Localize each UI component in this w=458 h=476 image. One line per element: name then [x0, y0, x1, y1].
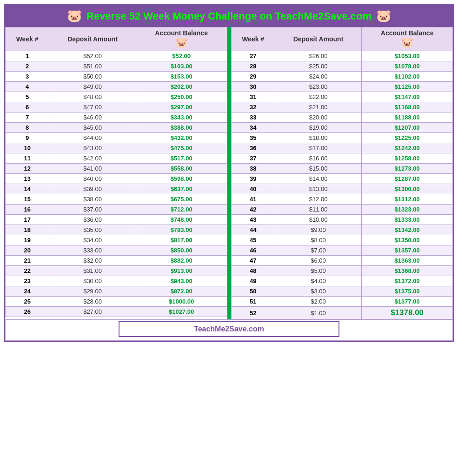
deposit-cell: $1.00: [275, 307, 361, 319]
page-title: Reverse 52 Week Money Challenge on Teach…: [86, 10, 372, 22]
week-cell: 5: [6, 92, 49, 102]
page-header: 🐷 Reverse 52 Week Money Challenge on Tea…: [5, 5, 453, 27]
week-cell: 38: [231, 164, 275, 174]
deposit-cell: $44.00: [49, 133, 136, 143]
balance-cell: $1312.00: [362, 194, 453, 205]
week-cell: 20: [6, 245, 49, 256]
week-cell: 11: [6, 153, 49, 164]
week-cell: 44: [231, 225, 275, 235]
balance-cell: $1300.00: [362, 184, 453, 194]
left-table-row: 9$44.00$432.00: [6, 133, 227, 143]
footer-text: TeachMe2Save.com: [119, 321, 339, 337]
left-table-row: 23$30.00$943.00: [6, 276, 227, 286]
right-table-row: 32$21.00$1168.00: [231, 102, 453, 112]
left-table-row: 8$45.00$388.00: [6, 123, 227, 133]
left-table-row: 13$40.00$598.00: [6, 174, 227, 184]
week-cell: 13: [6, 174, 49, 184]
week-cell: 16: [6, 205, 49, 215]
right-table-row: 27$26.00$1053.00: [231, 51, 453, 61]
balance-cell: $1378.00: [362, 307, 453, 319]
balance-cell: $103.00: [136, 61, 227, 72]
balance-cell: $1053.00: [362, 51, 453, 61]
right-table-row: 35$18.00$1225.00: [231, 133, 453, 143]
week-cell: 47: [231, 256, 275, 266]
left-table-row: 17$36.00$748.00: [6, 215, 227, 225]
week-cell: 7: [6, 112, 49, 123]
right-table-row: 42$11.00$1323.00: [231, 205, 453, 215]
week-cell: 19: [6, 235, 49, 245]
deposit-cell: $10.00: [275, 215, 361, 225]
balance-cell: $1027.00: [136, 307, 227, 317]
week-cell: 24: [6, 286, 49, 297]
week-cell: 50: [231, 286, 275, 297]
deposit-cell: $51.00: [49, 61, 136, 72]
right-table-row: 43$10.00$1333.00: [231, 215, 453, 225]
week-cell: 40: [231, 184, 275, 194]
deposit-cell: $28.00: [49, 297, 136, 307]
right-table-row: 30$23.00$1125.00: [231, 82, 453, 92]
deposit-cell: $27.00: [49, 307, 136, 317]
right-header-row: Week # Deposit Amount Account Balance 🐷: [231, 27, 453, 51]
right-table-row: 36$17.00$1242.00: [231, 143, 453, 153]
right-table-row: 38$15.00$1273.00: [231, 164, 453, 174]
week-cell: 21: [6, 256, 49, 266]
week-cell: 46: [231, 245, 275, 256]
deposit-cell: $18.00: [275, 133, 361, 143]
left-table-row: 18$35.00$783.00: [6, 225, 227, 235]
balance-cell: $1000.00: [136, 297, 227, 307]
left-table-row: 26$27.00$1027.00: [6, 307, 227, 317]
balance-cell: $1273.00: [362, 164, 453, 174]
balance-cell: $913.00: [136, 266, 227, 276]
week-cell: 29: [231, 72, 275, 82]
balance-cell: $972.00: [136, 286, 227, 297]
week-cell: 35: [231, 133, 275, 143]
left-table-row: 5$48.00$250.00: [6, 92, 227, 102]
deposit-cell: $14.00: [275, 174, 361, 184]
week-cell: 26: [6, 307, 49, 317]
balance-cell: $1377.00: [362, 297, 453, 307]
deposit-cell: $46.00: [49, 112, 136, 123]
balance-cell: $250.00: [136, 92, 227, 102]
balance-cell: $558.00: [136, 164, 227, 174]
footer-table: TeachMe2Save.com: [5, 319, 453, 341]
balance-cell: $1333.00: [362, 215, 453, 225]
balance-cell: $1375.00: [362, 286, 453, 297]
left-table-row: 3$50.00$153.00: [6, 72, 227, 82]
week-cell: 52: [231, 307, 275, 319]
deposit-cell: $19.00: [275, 123, 361, 133]
deposit-cell: $39.00: [49, 184, 136, 194]
deposit-cell: $6.00: [275, 256, 361, 266]
balance-cell: $1168.00: [362, 102, 453, 112]
week-cell: 23: [6, 276, 49, 286]
deposit-cell: $32.00: [49, 256, 136, 266]
right-table-row: 29$24.00$1102.00: [231, 72, 453, 82]
deposit-cell: $35.00: [49, 225, 136, 235]
deposit-cell: $24.00: [275, 72, 361, 82]
balance-cell: $637.00: [136, 184, 227, 194]
deposit-cell: $9.00: [275, 225, 361, 235]
week-cell: 17: [6, 215, 49, 225]
left-table: Week # Deposit Amount Account Balance 🐷 …: [5, 27, 227, 317]
left-table-row: 19$34.00$817.00: [6, 235, 227, 245]
balance-cell: $475.00: [136, 143, 227, 153]
balance-cell: $598.00: [136, 174, 227, 184]
deposit-cell: $26.00: [275, 51, 361, 61]
left-table-row: 4$49.00$202.00: [6, 82, 227, 92]
balance-cell: $1188.00: [362, 112, 453, 123]
right-table-row: 47$6.00$1363.00: [231, 256, 453, 266]
deposit-cell: $5.00: [275, 266, 361, 276]
week-cell: 12: [6, 164, 49, 174]
balance-cell: $297.00: [136, 102, 227, 112]
right-table-row: 39$14.00$1287.00: [231, 174, 453, 184]
deposit-cell: $8.00: [275, 235, 361, 245]
deposit-cell: $47.00: [49, 102, 136, 112]
balance-cell: $1372.00: [362, 276, 453, 286]
right-table-row: 49$4.00$1372.00: [231, 276, 453, 286]
week-cell: 28: [231, 61, 275, 72]
deposit-cell: $29.00: [49, 286, 136, 297]
pig-icon-right: 🐷: [376, 9, 391, 23]
deposit-cell: $20.00: [275, 112, 361, 123]
right-balance-header: Account Balance 🐷: [362, 27, 453, 51]
pig-icon-left: 🐷: [67, 9, 82, 23]
left-table-row: 2$51.00$103.00: [6, 61, 227, 72]
